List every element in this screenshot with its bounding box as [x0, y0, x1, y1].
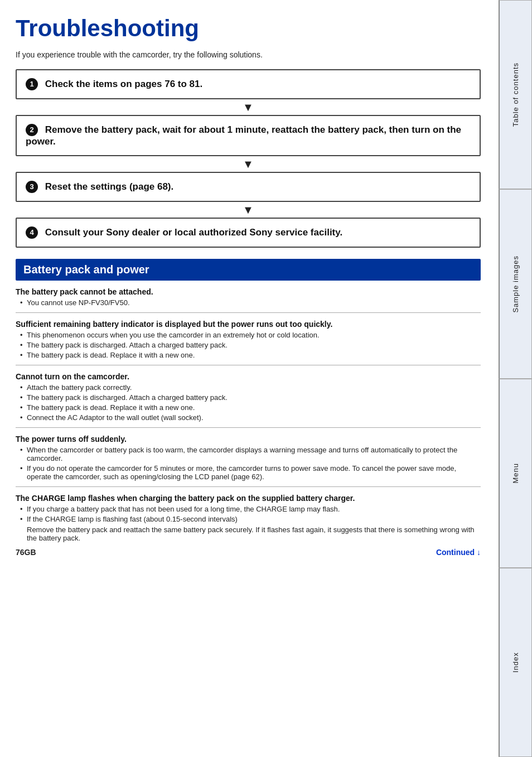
sidebar-tab-sample[interactable]: Sample images [499, 189, 532, 378]
divider-4 [16, 486, 481, 487]
list-item: Connect the AC Adaptor to the wall outle… [20, 413, 481, 422]
subsection-3: Cannot turn on the camcorder. Attach the… [16, 372, 481, 422]
intro-text: If you experience trouble with the camco… [16, 50, 481, 59]
sidebar-tab-sample-label: Sample images [511, 255, 520, 313]
list-item: Attach the battery pack correctly. [20, 383, 481, 392]
subsection-2: Sufficient remaining battery indicator i… [16, 320, 481, 359]
list-item: The battery pack is discharged. Attach a… [20, 393, 481, 402]
step-2-box: 2 Remove the battery pack, wait for abou… [16, 115, 481, 156]
footer: 76GB Continued ↓ [16, 548, 481, 557]
list-item: If you charge a battery pack that has no… [20, 505, 481, 513]
list-item: The battery pack is dead. Replace it wit… [20, 403, 481, 412]
divider-1 [16, 312, 481, 313]
list-item: If you do not operate the camcorder for … [20, 464, 481, 481]
sidebar: Table of contents Sample images Menu Ind… [499, 0, 532, 757]
arrow-3: ▼ [16, 202, 481, 218]
step-4-number: 4 [26, 226, 38, 239]
subsection-2-bullets: This phenomenon occurs when you use the … [16, 331, 481, 359]
step-2-text: 2 Remove the battery pack, wait for abou… [26, 124, 461, 147]
step-3-text: 3 Reset the settings (page 68). [26, 181, 173, 192]
subsection-1: The battery pack cannot be attached. You… [16, 287, 481, 307]
subsection-3-bullets: Attach the battery pack correctly. The b… [16, 383, 481, 422]
step-3-box: 3 Reset the settings (page 68). [16, 172, 481, 202]
page-number: 76GB [16, 548, 36, 557]
subsection-4-title: The power turns off suddenly. [16, 435, 481, 443]
step-1-box: 1 Check the items on pages 76 to 81. [16, 69, 481, 99]
step-1-number: 1 [26, 78, 38, 90]
subsection-5-bullets: If you charge a battery pack that has no… [16, 505, 481, 523]
arrow-1: ▼ [16, 99, 481, 115]
subsection-1-title: The battery pack cannot be attached. [16, 287, 481, 296]
sidebar-tab-index-label: Index [511, 652, 520, 673]
step-2-number: 2 [26, 124, 38, 136]
sidebar-tab-index[interactable]: Index [499, 568, 532, 757]
subsection-2-title: Sufficient remaining battery indicator i… [16, 320, 481, 329]
steps-container: 1 Check the items on pages 76 to 81. ▼ 2… [16, 69, 481, 248]
step-3-number: 3 [26, 181, 38, 193]
subsection-3-title: Cannot turn on the camcorder. [16, 372, 481, 381]
step-1-text: 1 Check the items on pages 76 to 81. [26, 79, 202, 89]
page-title: Troubleshooting [16, 16, 481, 41]
divider-3 [16, 427, 481, 428]
section-header: Battery pack and power [16, 259, 481, 281]
list-item: You cannot use NP-FV30/FV50. [20, 298, 481, 307]
sidebar-tab-menu[interactable]: Menu [499, 379, 532, 568]
step-4-text: 4 Consult your Sony dealer or local auth… [26, 227, 342, 238]
step-4-box: 4 Consult your Sony dealer or local auth… [16, 218, 481, 248]
subsection-5-title: The CHARGE lamp flashes when charging th… [16, 494, 481, 503]
list-item: If the CHARGE lamp is flashing fast (abo… [20, 515, 481, 523]
subsection-4-bullets: When the camcorder or battery pack is to… [16, 446, 481, 481]
list-item: The battery pack is dead. Replace it wit… [20, 351, 481, 359]
list-item: This phenomenon occurs when you use the … [20, 331, 481, 339]
sidebar-tab-toc[interactable]: Table of contents [499, 0, 532, 189]
sidebar-tab-menu-label: Menu [511, 463, 520, 484]
arrow-2: ▼ [16, 156, 481, 172]
list-item: When the camcorder or battery pack is to… [20, 446, 481, 462]
subsection-4: The power turns off suddenly. When the c… [16, 435, 481, 481]
subsection-1-bullets: You cannot use NP-FV30/FV50. [16, 298, 481, 307]
subsection-5: The CHARGE lamp flashes when charging th… [16, 494, 481, 542]
continued-label: Continued ↓ [436, 548, 481, 557]
sidebar-tab-toc-label: Table of contents [511, 62, 520, 127]
list-item: The battery pack is discharged. Attach a… [20, 341, 481, 349]
divider-2 [16, 365, 481, 365]
indent-text: Remove the battery pack and reattach the… [16, 525, 481, 542]
